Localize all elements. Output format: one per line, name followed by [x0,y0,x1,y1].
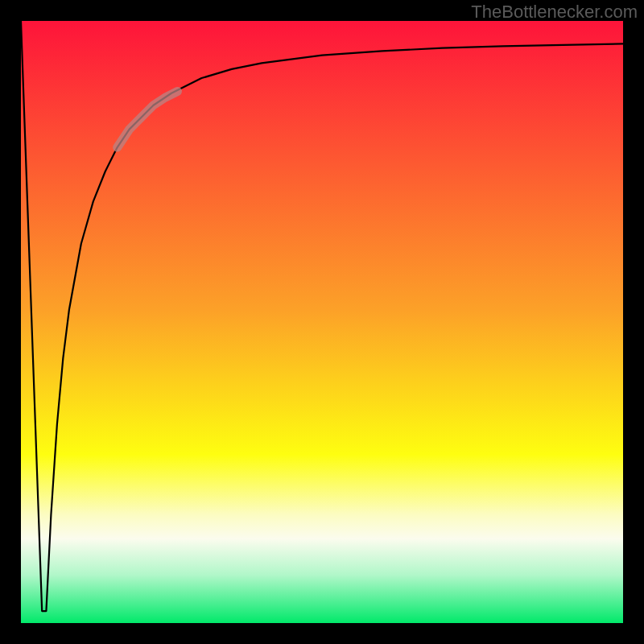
svg-rect-1 [0,623,644,644]
gradient-background [21,21,623,623]
attribution-text: TheBottlenecker.com [471,2,638,23]
svg-rect-2 [0,0,21,644]
chart-container: { "attribution": "TheBottlenecker.com", … [0,0,644,644]
bottleneck-chart [0,0,644,644]
svg-rect-3 [623,0,644,644]
